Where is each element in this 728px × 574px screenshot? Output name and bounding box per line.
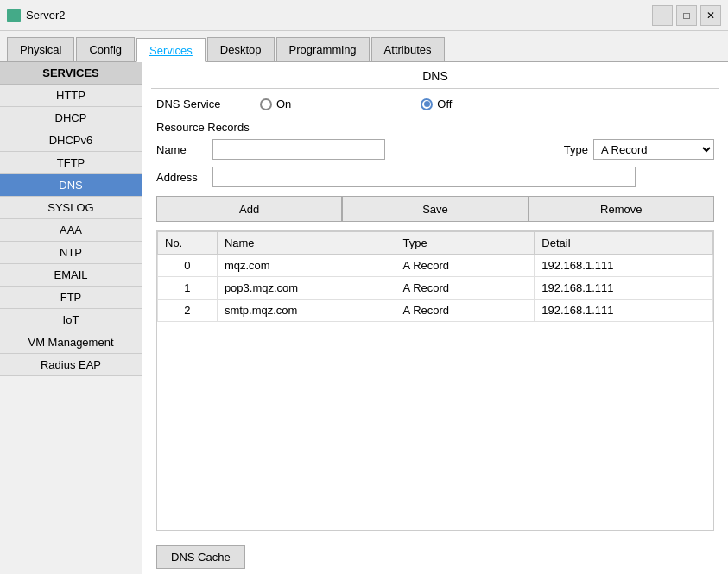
tab-attributes[interactable]: Attributes (371, 37, 445, 61)
sidebar-item-dhcp[interactable]: DHCP (0, 107, 142, 129)
sidebar: SERVICES HTTP DHCP DHCPv6 TFTP DNS SYSLO… (0, 62, 142, 574)
tab-bar: Physical Config Services Desktop Program… (0, 31, 728, 62)
cell-name: smtp.mqz.com (217, 300, 396, 322)
col-header-no: No. (158, 232, 218, 255)
close-button[interactable]: ✕ (700, 5, 721, 26)
radio-group: On Off (260, 98, 452, 110)
radio-off-label: Off (437, 98, 452, 110)
address-label: Address (156, 171, 204, 184)
cell-no: 1 (158, 277, 218, 300)
remove-button[interactable]: Remove (529, 196, 714, 222)
add-button[interactable]: Add (156, 196, 342, 222)
col-header-type: Type (396, 232, 535, 255)
cell-name: mqz.com (217, 255, 396, 277)
bottom-btn-row: DNS Cache (142, 539, 728, 574)
dns-body: DNS Service On Off Resource Records Name (142, 89, 728, 539)
cell-detail: 192.168.1.111 (535, 255, 713, 277)
table-row[interactable]: 2 smtp.mqz.com A Record 192.168.1.111 (158, 300, 713, 322)
cell-no: 0 (158, 255, 218, 277)
resource-records-label: Resource Records (156, 121, 714, 134)
cell-detail: 192.168.1.111 (535, 277, 713, 300)
sidebar-item-dns[interactable]: DNS (0, 174, 142, 197)
cell-name: pop3.mqz.com (217, 277, 396, 300)
title-bar: Server2 — □ ✕ (0, 0, 728, 31)
radio-off-button[interactable] (421, 98, 433, 110)
name-label: Name (156, 143, 204, 156)
dns-service-label: DNS Service (156, 98, 243, 110)
name-type-row: Name Type A Record AAAA Record CNAME Rec… (156, 139, 714, 160)
radio-on-option[interactable]: On (260, 98, 291, 110)
sidebar-item-ftp[interactable]: FTP (0, 287, 142, 309)
table-row[interactable]: 0 mqz.com A Record 192.168.1.111 (158, 255, 713, 277)
sidebar-item-http[interactable]: HTTP (0, 85, 142, 107)
dns-service-row: DNS Service On Off (156, 98, 714, 110)
maximize-button[interactable]: □ (676, 5, 697, 26)
action-button-row: Add Save Remove (156, 196, 714, 222)
radio-on-label: On (276, 98, 291, 110)
sidebar-item-ntp[interactable]: NTP (0, 242, 142, 264)
type-label: Type (564, 143, 588, 156)
tab-physical[interactable]: Physical (7, 37, 74, 61)
tab-services[interactable]: Services (136, 38, 206, 62)
tab-programming[interactable]: Programming (276, 37, 370, 61)
dns-cache-button[interactable]: DNS Cache (156, 545, 245, 569)
cell-type: A Record (396, 255, 535, 277)
minimize-button[interactable]: — (652, 5, 673, 26)
col-header-name: Name (217, 232, 396, 255)
radio-off-option[interactable]: Off (421, 98, 452, 110)
content-area: DNS DNS Service On Off Resource Record (142, 62, 728, 574)
address-row: Address (156, 167, 714, 187)
sidebar-item-dhcpv6[interactable]: DHCPv6 (0, 129, 142, 152)
title-bar-left: Server2 (7, 9, 66, 22)
tab-config[interactable]: Config (76, 37, 135, 61)
tab-desktop[interactable]: Desktop (207, 37, 275, 61)
cell-type: A Record (396, 277, 535, 300)
type-select[interactable]: A Record AAAA Record CNAME Record MX Rec… (593, 139, 714, 160)
sidebar-item-aaa[interactable]: AAA (0, 219, 142, 242)
save-button[interactable]: Save (342, 196, 528, 222)
address-input[interactable] (212, 167, 636, 187)
dns-records-table: No. Name Type Detail 0 mqz.com A Record … (156, 230, 714, 531)
sidebar-item-iot[interactable]: IoT (0, 309, 142, 331)
cell-no: 2 (158, 300, 218, 322)
sidebar-item-syslog[interactable]: SYSLOG (0, 197, 142, 219)
main-layout: SERVICES HTTP DHCP DHCPv6 TFTP DNS SYSLO… (0, 62, 728, 574)
sidebar-item-vm-management[interactable]: VM Management (0, 331, 142, 354)
sidebar-item-radius-eap[interactable]: Radius EAP (0, 354, 142, 376)
col-header-detail: Detail (535, 232, 713, 255)
sidebar-item-email[interactable]: EMAIL (0, 264, 142, 287)
app-title: Server2 (26, 9, 66, 22)
sidebar-header: SERVICES (0, 62, 142, 85)
dns-title: DNS (151, 62, 719, 89)
sidebar-item-tftp[interactable]: TFTP (0, 152, 142, 174)
type-group: Type A Record AAAA Record CNAME Record M… (564, 139, 714, 160)
table-row[interactable]: 1 pop3.mqz.com A Record 192.168.1.111 (158, 277, 713, 300)
cell-detail: 192.168.1.111 (535, 300, 713, 322)
radio-on-button[interactable] (260, 98, 272, 110)
app-icon (7, 9, 21, 22)
sidebar-scroll: HTTP DHCP DHCPv6 TFTP DNS SYSLOG AAA NTP… (0, 85, 142, 574)
name-input[interactable] (212, 139, 385, 160)
cell-type: A Record (396, 300, 535, 322)
title-bar-controls: — □ ✕ (652, 5, 721, 26)
